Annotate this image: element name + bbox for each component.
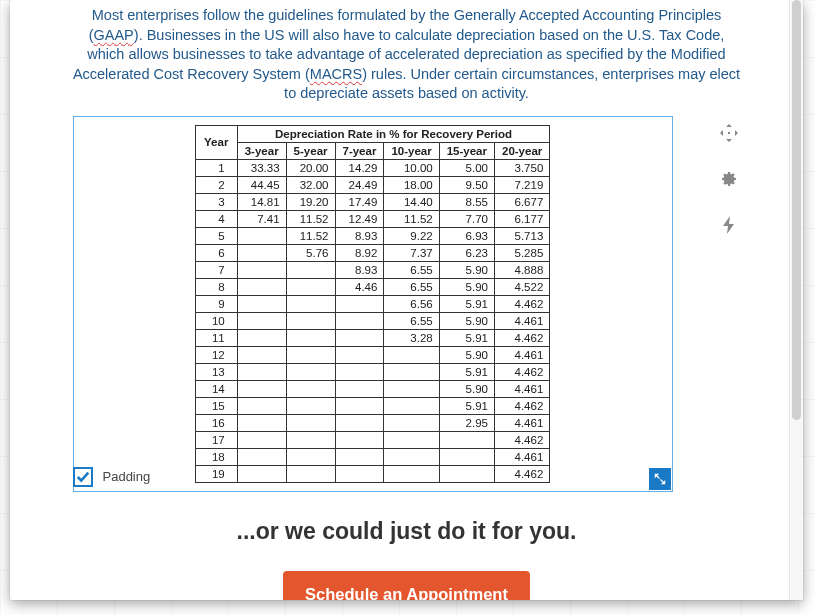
data-cell — [237, 448, 286, 465]
table-editor-block[interactable]: Year Depreciation Rate in % for Recovery… — [73, 116, 673, 492]
table-row: 78.936.555.904.888 — [195, 261, 550, 278]
data-cell: 24.49 — [335, 176, 384, 193]
data-cell — [237, 244, 286, 261]
data-cell: 5.00 — [439, 159, 494, 176]
bolt-icon — [719, 215, 739, 235]
data-cell: 6.55 — [384, 261, 439, 278]
data-cell: 8.93 — [335, 227, 384, 244]
data-cell: 7.219 — [494, 176, 549, 193]
resize-handle[interactable] — [649, 468, 671, 490]
data-cell: 5.285 — [494, 244, 549, 261]
table-year-header: Year — [195, 125, 237, 159]
year-cell: 16 — [195, 414, 237, 431]
table-row: 314.8119.2017.4914.408.556.677 — [195, 193, 550, 210]
data-cell — [237, 397, 286, 414]
data-cell — [286, 380, 335, 397]
content-card: Most enterprises follow the guidelines f… — [10, 0, 803, 600]
data-cell: 7.37 — [384, 244, 439, 261]
data-cell: 11.52 — [384, 210, 439, 227]
year-cell: 7 — [195, 261, 237, 278]
data-cell — [237, 295, 286, 312]
padding-toggle[interactable]: Padding — [73, 467, 151, 487]
move-block-button[interactable] — [712, 116, 746, 150]
data-cell — [286, 363, 335, 380]
data-cell: 5.91 — [439, 329, 494, 346]
year-cell: 6 — [195, 244, 237, 261]
data-cell: 4.462 — [494, 295, 549, 312]
year-cell: 5 — [195, 227, 237, 244]
data-cell — [335, 431, 384, 448]
data-cell: 9.22 — [384, 227, 439, 244]
col-20yr: 20-year — [494, 142, 549, 159]
data-cell: 6.55 — [384, 278, 439, 295]
data-cell — [237, 380, 286, 397]
data-cell — [335, 363, 384, 380]
data-cell — [335, 329, 384, 346]
data-cell — [286, 329, 335, 346]
table-row: 65.768.927.376.235.285 — [195, 244, 550, 261]
data-cell: 8.93 — [335, 261, 384, 278]
data-cell: 14.29 — [335, 159, 384, 176]
year-cell: 10 — [195, 312, 237, 329]
col-3yr: 3-year — [237, 142, 286, 159]
data-cell: 4.461 — [494, 380, 549, 397]
table-row: 162.954.461 — [195, 414, 550, 431]
data-cell: 5.76 — [286, 244, 335, 261]
intro-squiggle-macrs: MACRS — [310, 66, 362, 82]
data-cell: 2.95 — [439, 414, 494, 431]
data-cell: 7.70 — [439, 210, 494, 227]
flash-button[interactable] — [712, 208, 746, 242]
data-cell: 11.52 — [286, 210, 335, 227]
table-row: 511.528.939.226.935.713 — [195, 227, 550, 244]
year-cell: 2 — [195, 176, 237, 193]
data-cell: 44.45 — [237, 176, 286, 193]
data-cell: 5.90 — [439, 380, 494, 397]
data-cell — [335, 380, 384, 397]
data-cell — [384, 346, 439, 363]
year-cell: 14 — [195, 380, 237, 397]
data-cell — [384, 448, 439, 465]
data-cell — [286, 261, 335, 278]
data-cell: 18.00 — [384, 176, 439, 193]
table-row: 133.3320.0014.2910.005.003.750 — [195, 159, 550, 176]
vertical-scrollbar[interactable] — [789, 0, 803, 600]
data-cell — [384, 363, 439, 380]
table-row: 155.914.462 — [195, 397, 550, 414]
year-cell: 17 — [195, 431, 237, 448]
settings-button[interactable] — [712, 162, 746, 196]
gear-icon — [719, 169, 739, 189]
data-cell: 4.462 — [494, 431, 549, 448]
intro-paragraph: Most enterprises follow the guidelines f… — [10, 0, 803, 116]
table-row: 194.462 — [195, 465, 550, 482]
data-cell — [237, 465, 286, 482]
data-cell — [439, 465, 494, 482]
data-cell: 4.462 — [494, 465, 549, 482]
data-cell: 5.90 — [439, 278, 494, 295]
data-cell — [237, 278, 286, 295]
scrollbar-thumb[interactable] — [792, 0, 801, 420]
col-5yr: 5-year — [286, 142, 335, 159]
data-cell — [384, 414, 439, 431]
data-cell — [237, 414, 286, 431]
schedule-appointment-button[interactable]: Schedule an Appointment — [283, 571, 530, 600]
move-icon — [719, 123, 739, 143]
data-cell: 9.50 — [439, 176, 494, 193]
data-cell: 6.677 — [494, 193, 549, 210]
year-cell: 12 — [195, 346, 237, 363]
data-cell — [384, 465, 439, 482]
data-cell — [439, 448, 494, 465]
table-row: 47.4111.5212.4911.527.706.177 — [195, 210, 550, 227]
data-cell — [335, 397, 384, 414]
data-cell: 4.462 — [494, 397, 549, 414]
data-cell: 4.461 — [494, 448, 549, 465]
table-row: 135.914.462 — [195, 363, 550, 380]
data-cell — [286, 465, 335, 482]
data-cell — [286, 414, 335, 431]
data-cell — [384, 397, 439, 414]
year-cell: 18 — [195, 448, 237, 465]
year-cell: 1 — [195, 159, 237, 176]
padding-checkbox[interactable] — [73, 467, 93, 487]
intro-squiggle-gaap: GAAP — [94, 27, 134, 43]
year-cell: 11 — [195, 329, 237, 346]
table-row: 96.565.914.462 — [195, 295, 550, 312]
